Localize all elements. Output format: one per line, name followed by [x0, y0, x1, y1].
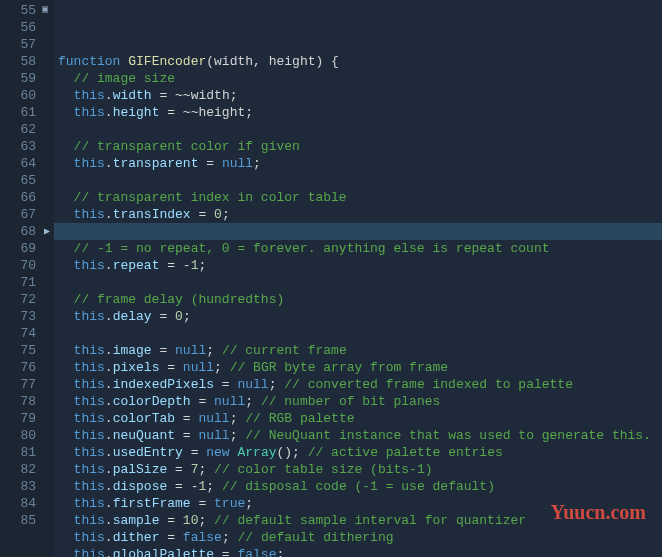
line-number: 55	[4, 2, 36, 19]
line-number: 84	[4, 495, 36, 512]
code-line[interactable]: this.indexedPixels = null; // converted …	[58, 376, 662, 393]
code-line[interactable]: // -1 = no repeat, 0 = forever. anything…	[58, 240, 662, 257]
code-line[interactable]: // transparent color if given	[58, 138, 662, 155]
code-line[interactable]: this.colorTab = null; // RGB palette	[58, 410, 662, 427]
code-editor[interactable]: 5556575859606162636465666768697071727374…	[0, 0, 662, 557]
line-number: 73	[4, 308, 36, 325]
code-line[interactable]	[58, 274, 662, 291]
line-number: 79	[4, 410, 36, 427]
line-number: 72	[4, 291, 36, 308]
code-line[interactable]	[58, 172, 662, 189]
code-line[interactable]: this.image = null; // current frame	[58, 342, 662, 359]
line-number: 65	[4, 172, 36, 189]
line-number: 59	[4, 70, 36, 87]
code-line[interactable]: this.usedEntry = new Array(); // active …	[58, 444, 662, 461]
line-number: 82	[4, 461, 36, 478]
code-line[interactable]: this.pixels = null; // BGR byte array fr…	[58, 359, 662, 376]
code-line[interactable]: // image size	[58, 70, 662, 87]
line-number: 80	[4, 427, 36, 444]
line-number: 71	[4, 274, 36, 291]
code-line[interactable]: this.transIndex = 0;	[58, 206, 662, 223]
code-line[interactable]	[58, 121, 662, 138]
line-number: 62	[4, 121, 36, 138]
code-line[interactable]: this.transparent = null;	[58, 155, 662, 172]
fold-collapse-icon[interactable]: ▣	[42, 5, 52, 15]
line-number: 58	[4, 53, 36, 70]
code-line[interactable]: // frame delay (hundredths)	[58, 291, 662, 308]
code-line[interactable]: this.width = ~~width;	[58, 87, 662, 104]
code-line[interactable]	[58, 223, 662, 240]
code-area[interactable]: function GIFEncoder(width, height) { // …	[54, 0, 662, 557]
line-number: 56	[4, 19, 36, 36]
line-number: 74	[4, 325, 36, 342]
code-line[interactable]: this.dispose = -1; // disposal code (-1 …	[58, 478, 662, 495]
code-line[interactable]: this.height = ~~height;	[58, 104, 662, 121]
line-number: 78	[4, 393, 36, 410]
line-number: 68	[4, 223, 36, 240]
code-line[interactable]: this.firstFrame = true;	[58, 495, 662, 512]
code-line[interactable]: this.globalPalette = false;	[58, 546, 662, 557]
line-number: 63	[4, 138, 36, 155]
code-line[interactable]: // transparent index in color table	[58, 189, 662, 206]
code-line[interactable]: this.dither = false; // default ditherin…	[58, 529, 662, 546]
line-number-gutter: 5556575859606162636465666768697071727374…	[0, 0, 42, 557]
line-number: 57	[4, 36, 36, 53]
code-line[interactable]: this.colorDepth = null; // number of bit…	[58, 393, 662, 410]
code-line[interactable]: this.neuQuant = null; // NeuQuant instan…	[58, 427, 662, 444]
line-number: 60	[4, 87, 36, 104]
line-number: 85	[4, 512, 36, 529]
line-number: 61	[4, 104, 36, 121]
code-line[interactable]: this.palSize = 7; // color table size (b…	[58, 461, 662, 478]
line-number: 70	[4, 257, 36, 274]
line-number: 66	[4, 189, 36, 206]
line-number: 75	[4, 342, 36, 359]
line-number: 83	[4, 478, 36, 495]
line-number: 64	[4, 155, 36, 172]
line-number: 81	[4, 444, 36, 461]
code-line[interactable]	[58, 325, 662, 342]
current-line-arrow-icon: ▶	[42, 223, 52, 240]
line-number: 67	[4, 206, 36, 223]
code-line[interactable]: function GIFEncoder(width, height) {	[58, 53, 662, 70]
code-line[interactable]: this.sample = 10; // default sample inte…	[58, 512, 662, 529]
line-number: 76	[4, 359, 36, 376]
line-number: 69	[4, 240, 36, 257]
fold-column: ▣ ▶	[42, 0, 54, 557]
line-number: 77	[4, 376, 36, 393]
code-line[interactable]: this.delay = 0;	[58, 308, 662, 325]
code-line[interactable]: this.repeat = -1;	[58, 257, 662, 274]
